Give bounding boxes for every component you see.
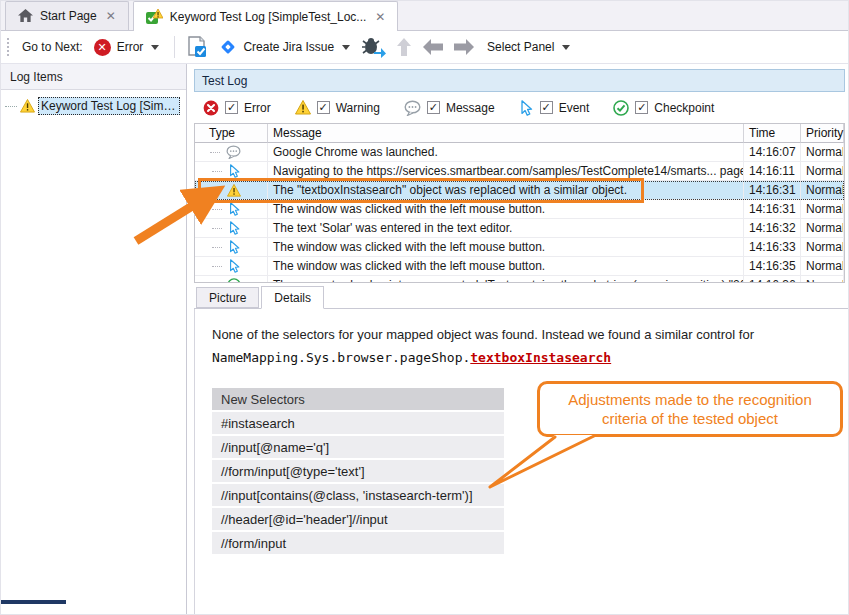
column-header-priority[interactable]: Priority bbox=[801, 124, 844, 143]
filter-event: ✓ Event bbox=[519, 100, 590, 116]
filter-label: Message bbox=[446, 101, 495, 115]
event-icon bbox=[228, 164, 241, 178]
checkpoint-icon bbox=[227, 278, 241, 283]
log-row[interactable]: The property checkpoint was executed: 'T… bbox=[195, 276, 844, 283]
log-row[interactable]: The window was clicked with the left mou… bbox=[195, 238, 844, 257]
close-icon[interactable]: ✕ bbox=[373, 10, 387, 24]
log-priority: Normal bbox=[801, 181, 844, 200]
tab-label: Start Page bbox=[40, 9, 97, 23]
selector-row[interactable]: //header[@id='header']//input bbox=[212, 508, 504, 530]
selector-row[interactable]: //input[@name='q'] bbox=[212, 436, 504, 458]
log-priority: Normal bbox=[801, 200, 844, 219]
error-checkbox[interactable]: ✓ bbox=[225, 101, 238, 114]
log-message: The text 'Solar' was entered in the text… bbox=[268, 219, 744, 238]
column-header-type[interactable]: Type bbox=[195, 124, 268, 143]
warning-checkbox[interactable]: ✓ bbox=[317, 101, 330, 114]
error-icon: ✕ bbox=[94, 39, 111, 56]
toolbar-grip[interactable] bbox=[7, 38, 11, 56]
tab-details[interactable]: Details bbox=[261, 286, 324, 309]
warning-icon bbox=[227, 184, 241, 197]
error-button-label: Error bbox=[117, 40, 144, 54]
log-row[interactable]: The window was clicked with the left mou… bbox=[195, 257, 844, 276]
log-priority: Normal bbox=[801, 276, 844, 283]
go-to-next-error-button[interactable]: ✕ Error bbox=[90, 36, 164, 59]
log-table-body: Google Chrome was launched.14:16:07Norma… bbox=[195, 143, 844, 283]
mapping-line: NameMapping.Sys.browser.pageShop.textbox… bbox=[212, 350, 611, 365]
selector-row[interactable]: #instasearch bbox=[212, 412, 504, 434]
test-log-panel: Test Log ✓ Error ✓ Warning bbox=[194, 64, 848, 614]
filter-label: Warning bbox=[336, 101, 380, 115]
select-panel-label: Select Panel bbox=[487, 40, 554, 54]
panel-edge-strip bbox=[1, 600, 66, 604]
callout-bubble: Adjustments made to the recognition crit… bbox=[537, 381, 843, 437]
filter-error: ✓ Error bbox=[203, 100, 271, 116]
column-header-message[interactable]: Message bbox=[268, 124, 744, 143]
tab-label: Picture bbox=[209, 291, 246, 305]
selector-row[interactable]: //form/input[@type='text'] bbox=[212, 460, 504, 482]
log-priority: Normal bbox=[801, 257, 844, 276]
select-panel-button[interactable]: Select Panel bbox=[483, 37, 574, 57]
message-icon bbox=[404, 100, 421, 116]
warning-icon bbox=[295, 100, 311, 115]
log-message: The property checkpoint was executed: 'T… bbox=[268, 276, 744, 283]
log-message: The window was clicked with the left mou… bbox=[268, 238, 744, 257]
chevron-down-icon bbox=[342, 45, 350, 50]
event-icon bbox=[228, 259, 241, 273]
log-time: 14:16:33 bbox=[744, 238, 801, 257]
checkpoint-checkbox[interactable]: ✓ bbox=[635, 101, 648, 114]
log-row[interactable]: The text 'Solar' was entered in the text… bbox=[195, 219, 844, 238]
chevron-down-icon bbox=[151, 45, 159, 50]
checkpoint-icon bbox=[613, 100, 629, 116]
event-icon bbox=[228, 202, 241, 216]
event-icon bbox=[519, 100, 534, 116]
log-time: 14:16:32 bbox=[744, 219, 801, 238]
log-row[interactable]: The "textboxInstasearch" object was repl… bbox=[195, 181, 844, 200]
create-jira-label: Create Jira Issue bbox=[243, 40, 334, 54]
log-items-panel: Log Items Keyword Test Log [SimpleT... bbox=[1, 64, 187, 614]
log-row[interactable]: Google Chrome was launched.14:16:07Norma… bbox=[195, 143, 844, 162]
toolbar-separator bbox=[174, 36, 175, 58]
log-items-tree-node[interactable]: Keyword Test Log [SimpleT... bbox=[1, 97, 186, 115]
test-log-icon bbox=[146, 9, 163, 25]
document-tab-bar: Start Page ✕ Keyword Test Log [SimpleTes… bbox=[1, 1, 848, 31]
post-issue-bug-icon[interactable] bbox=[361, 36, 387, 58]
tab-keyword-test-log[interactable]: Keyword Test Log [SimpleTest_Loc... ✕ bbox=[133, 1, 399, 31]
tree-node-label: Keyword Test Log [SimpleT... bbox=[38, 97, 180, 115]
details-content: None of the selectors for your mapped ob… bbox=[194, 309, 848, 614]
warning-icon bbox=[20, 99, 35, 113]
log-time: 14:16:11 bbox=[744, 162, 801, 181]
event-icon bbox=[228, 240, 241, 254]
column-header-time[interactable]: Time bbox=[744, 124, 801, 143]
selector-row[interactable]: //form/input bbox=[212, 532, 504, 554]
log-items-header: Log Items bbox=[1, 64, 186, 90]
new-selectors-header: New Selectors bbox=[212, 388, 504, 410]
previous-arrow-icon[interactable] bbox=[421, 37, 445, 57]
mapping-object-link[interactable]: textboxInstasearch bbox=[470, 350, 611, 365]
log-table-header: Type Message Time Priority bbox=[195, 124, 844, 143]
testcomplete-window: Start Page ✕ Keyword Test Log [SimpleTes… bbox=[0, 0, 849, 615]
log-toolbar: Go to Next: ✕ Error Create Jira Issue bbox=[1, 31, 848, 64]
log-time: 14:16:31 bbox=[744, 200, 801, 219]
tab-start-page[interactable]: Start Page ✕ bbox=[5, 1, 129, 30]
new-selectors-body: #instasearch//input[@name='q']//form/inp… bbox=[212, 412, 504, 554]
log-message: Navigating to the https://services.smart… bbox=[268, 162, 744, 181]
mapping-prefix: NameMapping.Sys.browser.pageShop. bbox=[212, 350, 470, 365]
selector-row[interactable]: //input[contains(@class, 'instasearch-te… bbox=[212, 484, 504, 506]
log-time: 14:16:36 bbox=[744, 276, 801, 283]
chevron-down-icon bbox=[562, 45, 570, 50]
event-checkbox[interactable]: ✓ bbox=[540, 101, 553, 114]
create-jira-issue-button[interactable]: Create Jira Issue bbox=[215, 35, 354, 59]
filter-warning: ✓ Warning bbox=[295, 100, 380, 115]
report-check-icon[interactable] bbox=[186, 36, 208, 58]
message-checkbox[interactable]: ✓ bbox=[427, 101, 440, 114]
jira-icon bbox=[219, 38, 237, 56]
up-arrow-icon[interactable] bbox=[394, 36, 414, 58]
log-row[interactable]: The window was clicked with the left mou… bbox=[195, 200, 844, 219]
log-row[interactable]: Navigating to the https://services.smart… bbox=[195, 162, 844, 181]
log-time: 14:16:35 bbox=[744, 257, 801, 276]
close-icon[interactable]: ✕ bbox=[104, 9, 118, 23]
next-arrow-icon[interactable] bbox=[452, 37, 476, 57]
error-icon bbox=[203, 100, 219, 116]
tab-picture[interactable]: Picture bbox=[196, 287, 259, 308]
go-to-next-label: Go to Next: bbox=[22, 40, 83, 54]
